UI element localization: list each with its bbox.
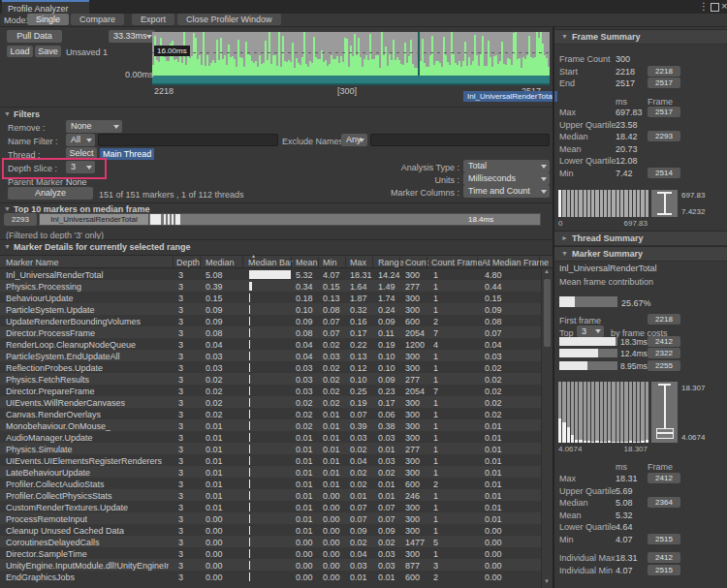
column-header-count-frame[interactable]: Count Frame: [431, 258, 483, 267]
frame-link-button[interactable]: 2517: [648, 77, 680, 88]
close-icon[interactable]: ×: [721, 0, 727, 12]
histogram-value: [604, 442, 607, 443]
column-header-count[interactable]: Count: [405, 258, 428, 267]
frame-link-button[interactable]: 2322: [648, 348, 680, 358]
table-row[interactable]: Monobehaviour.OnMouse_30.010.020.010.390…: [0, 419, 541, 431]
top10-segment[interactable]: [150, 214, 161, 225]
table-row[interactable]: Director.ProcessFrame30.080.080.070.170.…: [0, 326, 541, 338]
table-row[interactable]: ParticleSystem.Update30.090.100.080.320.…: [0, 303, 541, 315]
table-row[interactable]: UIEvents.UIElementsRegisterRenderers30.0…: [0, 454, 541, 466]
scroll-down-icon[interactable]: ▼: [544, 578, 550, 584]
frame-summary-header[interactable]: ▼ Frame Summary: [554, 29, 727, 45]
marker-summary-header[interactable]: ▼ Marker Summary: [554, 246, 727, 262]
exclude-mode-dropdown[interactable]: Any: [341, 134, 367, 146]
exclude-names-input[interactable]: [370, 134, 550, 146]
table-row[interactable]: ProcessRemoteInput30.000.010.000.070.073…: [0, 512, 541, 524]
table-row[interactable]: RenderLoop.CleanupNodeQueue30.040.040.02…: [0, 338, 541, 350]
table-row[interactable]: CustomRenderTextures.Update30.010.010.00…: [0, 501, 541, 512]
column-header-median-bar[interactable]: Median Bar: [248, 258, 293, 267]
pull-data-button[interactable]: Pull Data: [7, 30, 62, 43]
column-header-depth[interactable]: Depth: [176, 258, 200, 267]
frame-link-button[interactable]: 2218: [648, 66, 680, 77]
frame-link-button[interactable]: 2412: [648, 336, 680, 347]
load-button[interactable]: Load: [7, 46, 33, 57]
name-filter-input[interactable]: [98, 134, 278, 146]
tab-profile-analyzer[interactable]: Profile Analyzer: [2, 0, 89, 14]
table-row[interactable]: Cleanup Unused Cached Data30.000.010.000…: [0, 524, 541, 536]
frame-link-button[interactable]: 2412: [648, 552, 680, 563]
frame-link-button[interactable]: 2517: [648, 107, 680, 117]
frame-link-button[interactable]: 2515: [648, 565, 680, 575]
filters-foldout-icon[interactable]: ▼: [4, 110, 11, 117]
top10-segment[interactable]: [172, 214, 174, 225]
table-row[interactable]: Profiler.CollectPhysicsStats30.010.010.0…: [0, 489, 541, 501]
table-row[interactable]: Physics.Simulate30.010.010.010.020.01277…: [0, 443, 541, 454]
table-row[interactable]: UnityEngine.InputModule.dll!UnityEngineI…: [0, 559, 541, 571]
top10-frame-button[interactable]: 2293: [4, 213, 37, 226]
ms-first-frame-button[interactable]: 2218: [648, 314, 680, 325]
mode-button-close-profiler-window[interactable]: Close Profiler Window: [177, 14, 281, 25]
table-row[interactable]: Inl_UniversalRenderTotal35.085.324.0718.…: [0, 268, 541, 280]
thread-value[interactable]: Main Thread: [100, 148, 154, 160]
scroll-up-icon[interactable]: ▲: [544, 268, 550, 274]
thread-summary-header[interactable]: ► Thread Summary: [554, 231, 727, 246]
save-button[interactable]: Save: [35, 46, 61, 57]
top10-segment[interactable]: [168, 214, 170, 225]
frame-link-button[interactable]: 2412: [648, 473, 680, 483]
frame-link-button[interactable]: 2255: [648, 360, 680, 371]
table-scrollbar[interactable]: ▲ ▼: [541, 268, 553, 588]
marker-summary-boxplot[interactable]: [651, 382, 678, 443]
table-row[interactable]: BehaviourUpdate30.150.180.131.871.743001…: [0, 292, 541, 303]
menu-icon[interactable]: ⋮: [699, 1, 709, 12]
table-row[interactable]: EndGraphicsJobs30.000.000.000.010.016002…: [0, 571, 541, 582]
frame-summary-histogram[interactable]: [558, 190, 648, 217]
table-row[interactable]: Director.SampleTime30.000.000.000.040.03…: [0, 547, 541, 559]
table-row[interactable]: UIEvents.WillRenderCanvases30.020.020.02…: [0, 396, 541, 408]
table-row[interactable]: ParticleSystem.EndUpdateAll30.030.040.03…: [0, 350, 541, 361]
frame-summary-boxplot[interactable]: [651, 190, 678, 217]
frame-link-button[interactable]: 2364: [648, 497, 680, 508]
column-header-median[interactable]: Median: [205, 258, 235, 267]
frame-timing-chart[interactable]: [152, 32, 550, 85]
table-row[interactable]: AudioManager.Update30.010.010.010.030.03…: [0, 431, 541, 443]
marker-columns-dropdown[interactable]: Time and Count: [463, 185, 550, 198]
units-dropdown[interactable]: Milliseconds: [463, 172, 550, 185]
column-separator: [539, 257, 540, 267]
table-row[interactable]: UpdateRendererBoundingVolumes30.090.090.…: [0, 315, 541, 326]
table-row[interactable]: CoroutinesDelayedCalls30.000.000.000.020…: [0, 536, 541, 547]
x-axis-mid: [300]: [337, 86, 357, 96]
name-filter-mode-dropdown[interactable]: All: [66, 134, 95, 146]
table-row[interactable]: Physics.Processing30.390.340.151.641.492…: [0, 280, 541, 292]
marker-summary-histogram[interactable]: [558, 382, 648, 443]
mode-button-compare[interactable]: Compare: [71, 14, 124, 25]
table-row[interactable]: Director.PrepareFrame30.020.030.020.250.…: [0, 385, 541, 396]
analysis-type-dropdown[interactable]: Total: [463, 160, 550, 172]
mode-button-export[interactable]: Export: [132, 14, 174, 25]
table-row[interactable]: Physics.FetchResults30.020.030.020.100.0…: [0, 373, 541, 385]
table-row[interactable]: ReflectionProbes.Update30.030.030.020.12…: [0, 361, 541, 373]
column-header-mean[interactable]: Mean: [296, 258, 318, 267]
table-row[interactable]: Canvas.RenderOverlays30.020.020.010.070.…: [0, 408, 541, 419]
frame-time-dropdown[interactable]: 33.33ms: [109, 30, 155, 43]
cell-at_median: 0.07: [485, 328, 502, 338]
frame-link-button[interactable]: 2514: [648, 168, 680, 178]
cell-min: 0.00: [323, 538, 340, 547]
top10-first-segment[interactable]: Inl_UniversalRenderTotal: [40, 214, 149, 225]
top10-foldout-icon[interactable]: ▼: [4, 205, 11, 212]
table-row[interactable]: Profiler.CollectAudioStats30.010.010.010…: [0, 478, 541, 489]
scrollbar-thumb[interactable]: [544, 279, 551, 347]
frame-link-button[interactable]: 2293: [648, 131, 680, 141]
top10-segment[interactable]: [175, 214, 180, 225]
top10-marker-bar[interactable]: Inl_UniversalRenderTotal 18.4ms: [39, 213, 541, 226]
analyze-button[interactable]: Analyze: [8, 187, 93, 200]
mode-button-single[interactable]: Single: [27, 14, 69, 25]
top10-segment[interactable]: [164, 214, 166, 225]
table-row[interactable]: LateBehaviourUpdate30.010.010.010.020.02…: [0, 466, 541, 478]
remove-dropdown[interactable]: None: [66, 120, 122, 133]
table-foldout-icon[interactable]: ▼: [4, 243, 11, 250]
frame-link-button[interactable]: 2515: [648, 534, 680, 544]
maximize-icon[interactable]: [711, 3, 719, 12]
column-header-min[interactable]: Min: [323, 258, 337, 267]
column-header-max[interactable]: Max: [350, 258, 366, 267]
column-header-marker-name[interactable]: Marker Name: [6, 258, 59, 267]
